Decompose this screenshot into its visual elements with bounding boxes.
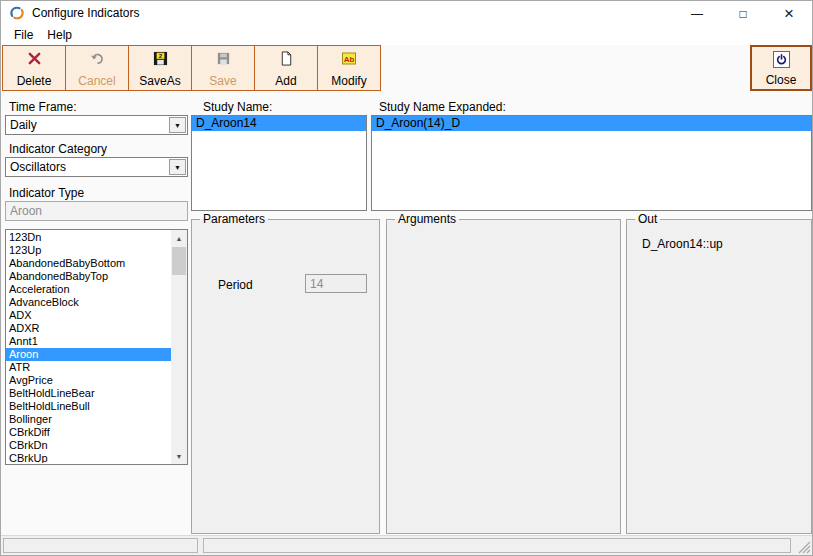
indicator-list[interactable]: 123Dn123UpAbandonedBabyBottomAbandonedBa…: [5, 229, 188, 465]
indicator-list-item[interactable]: 123Up: [6, 244, 171, 257]
indicator-list-item[interactable]: AbandonedBabyBottom: [6, 257, 171, 270]
study-name-expanded-item[interactable]: D_Aroon(14)_D: [372, 116, 811, 131]
toolbar-button-label: Modify: [331, 75, 366, 88]
scrollbar-thumb[interactable]: [172, 247, 186, 275]
indicator-list-item[interactable]: CBrkDiff: [6, 426, 171, 439]
toolbar-button-label: Save: [209, 75, 236, 88]
indicator-category-select[interactable]: Oscillators ▼: [5, 157, 188, 177]
status-panel-main: [203, 538, 791, 553]
indicator-list-item[interactable]: 123Dn: [6, 231, 171, 244]
chevron-down-icon[interactable]: ▼: [169, 117, 186, 133]
period-label: Period: [218, 278, 253, 292]
configure-indicators-window: Configure Indicators — □ × File Help Del…: [0, 0, 813, 556]
save-button: Save: [191, 45, 255, 91]
indicator-list-scrollbar[interactable]: ▲ ▼: [171, 230, 187, 464]
indicator-list-item[interactable]: ADX: [6, 309, 171, 322]
app-logo-icon: [9, 5, 25, 21]
indicator-category-label: Indicator Category: [9, 142, 107, 156]
undo-arrow-icon: [89, 50, 105, 67]
time-frame-value: Daily: [10, 118, 37, 132]
indicator-type-value: Aroon: [10, 204, 42, 218]
menu-bar: File Help: [1, 25, 812, 45]
study-name-item[interactable]: D_Aroon14: [192, 116, 366, 131]
add-button[interactable]: Add: [254, 45, 318, 91]
indicator-category-value: Oscillators: [10, 160, 66, 174]
delete-x-icon: [27, 50, 42, 67]
maximize-button[interactable]: □: [720, 1, 766, 27]
study-name-label: Study Name:: [203, 100, 272, 114]
indicator-type-label: Indicator Type: [9, 186, 84, 200]
indicator-list-item[interactable]: BeltHoldLineBull: [6, 400, 171, 413]
modify-ab-icon: Ab: [341, 50, 357, 67]
toolbar-button-label: Cancel: [78, 75, 115, 88]
delete-button[interactable]: Delete: [2, 45, 66, 91]
parameters-group-label: Parameters: [200, 212, 268, 227]
save-as-icon: 2: [153, 50, 168, 67]
title-bar: Configure Indicators — □ ×: [1, 1, 812, 25]
minimize-button[interactable]: —: [674, 1, 720, 27]
indicator-list-item[interactable]: Acceleration: [6, 283, 171, 296]
indicator-list-item[interactable]: BeltHoldLineBear: [6, 387, 171, 400]
out-item: D_Aroon14::up: [642, 236, 723, 252]
chevron-down-icon[interactable]: ▼: [169, 159, 186, 175]
indicator-list-item[interactable]: ADXR: [6, 322, 171, 335]
indicator-list-item[interactable]: CBrkUp: [6, 452, 171, 463]
new-page-icon: [279, 50, 294, 67]
indicator-list-item[interactable]: AvgPrice: [6, 374, 171, 387]
window-title: Configure Indicators: [32, 6, 139, 20]
period-value: 14: [310, 277, 323, 291]
indicator-list-item[interactable]: ATR: [6, 361, 171, 374]
modify-button[interactable]: Ab Modify: [317, 45, 381, 91]
indicator-list-item[interactable]: AbandonedBabyTop: [6, 270, 171, 283]
toolbar-button-label: Delete: [17, 75, 52, 88]
toolbar-button-label: SaveAs: [139, 75, 180, 88]
toolbar-button-label: Add: [275, 75, 296, 88]
resize-grip-icon[interactable]: [798, 541, 811, 554]
window-close-button[interactable]: ×: [766, 1, 812, 27]
out-group-label: Out: [635, 212, 660, 227]
scroll-up-icon[interactable]: ▲: [171, 230, 187, 246]
arguments-group-label: Arguments: [395, 212, 459, 227]
toolbar-button-label: Close: [766, 74, 797, 87]
parameters-group: Parameters Period 14: [191, 219, 380, 534]
study-name-expanded-label: Study Name Expanded:: [379, 100, 506, 114]
svg-text:Ab: Ab: [344, 55, 355, 64]
indicator-type-field: Aroon: [5, 201, 188, 221]
status-panel-left: [3, 538, 198, 553]
indicator-list-item[interactable]: CBrkDn: [6, 439, 171, 452]
indicator-list-item[interactable]: Annt1: [6, 335, 171, 348]
window-controls: — □ ×: [674, 1, 812, 27]
study-name-list[interactable]: D_Aroon14: [191, 115, 367, 211]
out-group: Out D_Aroon14::up: [626, 219, 812, 534]
out-list: D_Aroon14::up: [642, 236, 723, 252]
status-bar: [1, 535, 812, 555]
save-as-button[interactable]: 2 SaveAs: [128, 45, 192, 91]
close-button[interactable]: Close: [750, 45, 812, 91]
indicator-list-items: 123Dn123UpAbandonedBabyBottomAbandonedBa…: [6, 231, 171, 463]
time-frame-label: Time Frame:: [9, 100, 77, 114]
menu-file[interactable]: File: [9, 28, 38, 42]
save-icon: [216, 50, 231, 67]
indicator-list-item[interactable]: AdvanceBlock: [6, 296, 171, 309]
power-icon: [773, 51, 790, 68]
period-field: 14: [305, 274, 367, 293]
arguments-group: Arguments: [386, 219, 621, 534]
time-frame-select[interactable]: Daily ▼: [5, 115, 188, 135]
indicator-list-item[interactable]: Aroon: [6, 348, 171, 361]
cancel-button: Cancel: [65, 45, 129, 91]
scroll-down-icon[interactable]: ▼: [171, 448, 187, 464]
study-name-expanded-list[interactable]: D_Aroon(14)_D: [371, 115, 812, 211]
menu-help[interactable]: Help: [42, 28, 77, 42]
indicator-list-item[interactable]: Bollinger: [6, 413, 171, 426]
